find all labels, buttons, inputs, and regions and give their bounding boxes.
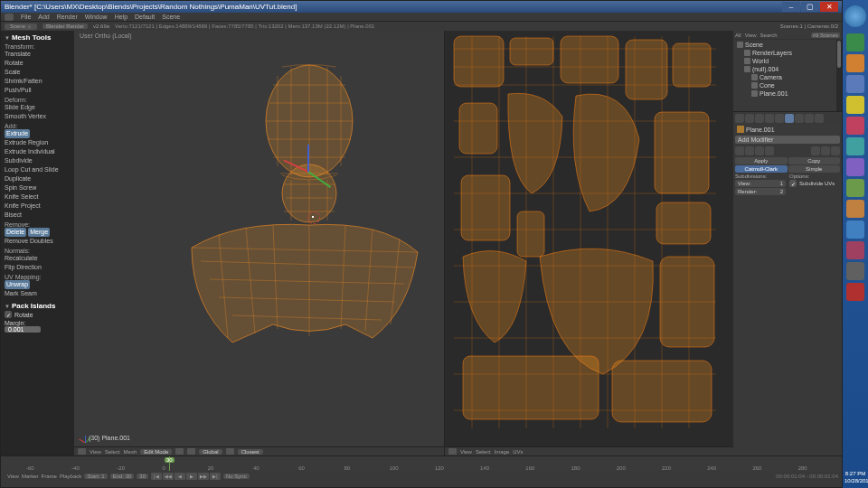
catmull-clark-button[interactable]: Catmull-Clark bbox=[735, 165, 788, 173]
object-name-breadcrumb[interactable]: Plane.001 bbox=[735, 125, 840, 134]
blender-logo-icon[interactable] bbox=[5, 14, 14, 21]
taskbar-app-icon[interactable] bbox=[846, 117, 864, 135]
shading-icon[interactable] bbox=[175, 448, 184, 455]
prev-keyframe-button[interactable]: ◀◀ bbox=[163, 473, 174, 480]
modifier-tab-icon[interactable] bbox=[785, 114, 794, 123]
taskbar-app-icon[interactable] bbox=[846, 137, 864, 155]
outliner-scrollbar[interactable] bbox=[836, 40, 842, 111]
editor-type-icon[interactable] bbox=[78, 448, 86, 455]
texture-tab-icon[interactable] bbox=[815, 114, 824, 123]
flip-direction-button[interactable]: Flip Direction bbox=[5, 263, 71, 272]
tree-item-world[interactable]: World bbox=[735, 57, 840, 65]
menu-help[interactable]: Help bbox=[115, 14, 127, 20]
taskbar-app-icon[interactable] bbox=[846, 241, 864, 259]
uv-view-menu[interactable]: View bbox=[460, 449, 472, 455]
jump-start-button[interactable]: |◀ bbox=[151, 473, 162, 480]
move-up-icon[interactable] bbox=[811, 146, 820, 155]
unwrap-button[interactable]: Unwrap bbox=[5, 280, 30, 289]
subdivide-uvs-checkbox[interactable]: ✓ Subdivide UVs bbox=[789, 180, 840, 187]
jump-end-button[interactable]: ▶| bbox=[210, 473, 221, 480]
viewport-3d[interactable]: User Ortho (Local) bbox=[74, 31, 444, 455]
outliner-filter[interactable]: All Scenes bbox=[811, 33, 840, 38]
pivot-icon[interactable] bbox=[187, 448, 195, 455]
viewport-uv[interactable]: View Select Image UVs bbox=[444, 31, 733, 455]
duplicate-button[interactable]: Duplicate bbox=[5, 174, 71, 183]
close-button[interactable]: ✕ bbox=[820, 2, 838, 12]
tree-item-null[interactable]: (null).004 bbox=[735, 65, 840, 73]
constraint-tab-icon[interactable] bbox=[775, 114, 784, 123]
rotate-checkbox-row[interactable]: ✓ Rotate bbox=[5, 311, 71, 318]
scene-tab[interactable]: Scene ✕ bbox=[5, 23, 37, 30]
menu-file[interactable]: File bbox=[21, 14, 31, 20]
menu-add[interactable]: Add bbox=[38, 14, 49, 20]
slide-edge-button[interactable]: Slide Edge bbox=[5, 103, 71, 112]
uv-uvs-menu[interactable]: UVs bbox=[513, 449, 523, 455]
add-modifier-button[interactable]: Add Modifier bbox=[735, 136, 840, 144]
close-icon[interactable]: ✕ bbox=[27, 23, 32, 30]
minimize-button[interactable]: – bbox=[782, 2, 800, 12]
merge-button[interactable]: Merge bbox=[28, 228, 50, 237]
menu-window[interactable]: Window bbox=[85, 14, 108, 20]
shrink-fatten-button[interactable]: Shrink/Fatten bbox=[5, 77, 71, 86]
menu-render[interactable]: Render bbox=[57, 14, 78, 20]
tree-item-scene[interactable]: Scene bbox=[735, 41, 840, 49]
uv-islands[interactable] bbox=[445, 31, 734, 446]
delete-modifier-icon[interactable] bbox=[831, 146, 840, 155]
system-clock[interactable]: 8:27 PM 10/28/2013 bbox=[844, 470, 866, 484]
taskbar-app-icon[interactable] bbox=[846, 262, 864, 280]
world-tab-icon[interactable] bbox=[755, 114, 764, 123]
taskbar-app-icon[interactable] bbox=[846, 283, 864, 301]
smooth-vertex-button[interactable]: Smooth Vertex bbox=[5, 112, 71, 121]
render-engine-selector[interactable]: Blender Render bbox=[42, 23, 88, 29]
play-button[interactable]: ▶ bbox=[186, 473, 197, 480]
tree-item-plane[interactable]: Plane.001 bbox=[735, 89, 840, 98]
taskbar-app-icon[interactable] bbox=[846, 158, 864, 176]
taskbar-app-icon[interactable] bbox=[846, 200, 864, 218]
taskbar-app-icon[interactable] bbox=[846, 75, 864, 93]
box-icon[interactable] bbox=[755, 146, 764, 155]
taskbar-app-icon[interactable] bbox=[846, 179, 864, 197]
rotate-button[interactable]: Rotate bbox=[5, 59, 71, 68]
extrude-button[interactable]: Extrude bbox=[5, 129, 30, 138]
view-subdiv-input[interactable]: View:1 bbox=[735, 180, 786, 187]
snap-target-selector[interactable]: Closest bbox=[238, 449, 263, 455]
simple-button[interactable]: Simple bbox=[788, 165, 841, 173]
tree-item-cone[interactable]: Cone bbox=[735, 81, 840, 89]
axis-z-arrow[interactable] bbox=[307, 145, 309, 172]
taskbar-app-icon[interactable] bbox=[846, 221, 864, 239]
tl-frame-menu[interactable]: Frame bbox=[42, 474, 57, 479]
render-subdiv-input[interactable]: Render:2 bbox=[735, 188, 786, 195]
snap-icon[interactable] bbox=[226, 448, 234, 455]
loopcut-slide-button[interactable]: Loop Cut and Slide bbox=[5, 165, 71, 174]
spin-screw-button[interactable]: Spin Screw bbox=[5, 183, 71, 192]
knife-project-button[interactable]: Knife Project bbox=[5, 202, 71, 211]
move-down-icon[interactable] bbox=[821, 146, 830, 155]
data-tab-icon[interactable] bbox=[795, 114, 804, 123]
scale-button[interactable]: Scale bbox=[5, 68, 71, 77]
mesh-tools-header[interactable]: Mesh Tools bbox=[5, 33, 71, 42]
copy-button[interactable]: Copy bbox=[788, 157, 841, 164]
uv-image-menu[interactable]: Image bbox=[495, 449, 510, 455]
start-frame-input[interactable]: Start: 1 bbox=[84, 474, 107, 479]
object-tab-icon[interactable] bbox=[765, 114, 774, 123]
editor-type-icon[interactable] bbox=[448, 448, 457, 455]
knife-select-button[interactable]: Knife Select bbox=[5, 192, 71, 202]
mesh-menu[interactable]: Mesh bbox=[124, 449, 137, 455]
sync-mode-selector[interactable]: No Sync bbox=[223, 474, 250, 479]
extrude-individual-button[interactable]: Extrude Individual bbox=[5, 147, 71, 156]
bisect-button[interactable]: Bisect bbox=[5, 211, 71, 220]
taskbar-app-icon[interactable] bbox=[846, 96, 864, 114]
remove-doubles-button[interactable]: Remove Doubles bbox=[5, 237, 71, 246]
apply-button[interactable]: Apply bbox=[735, 157, 788, 164]
maximize-button[interactable]: ▢ bbox=[801, 2, 819, 12]
outliner-search[interactable]: Search bbox=[760, 33, 778, 38]
uv-select-menu[interactable]: Select bbox=[476, 449, 491, 455]
start-button[interactable] bbox=[844, 5, 866, 27]
pack-islands-header[interactable]: Pack Islands bbox=[5, 302, 71, 310]
recalculate-button[interactable]: Recalculate bbox=[5, 254, 71, 263]
tl-marker-menu[interactable]: Marker bbox=[22, 474, 39, 479]
scene-selector[interactable]: Scene bbox=[162, 14, 180, 20]
eye-icon[interactable] bbox=[745, 146, 754, 155]
translate-button[interactable]: Translate bbox=[5, 50, 71, 59]
layout-selector[interactable]: Default bbox=[135, 14, 155, 20]
